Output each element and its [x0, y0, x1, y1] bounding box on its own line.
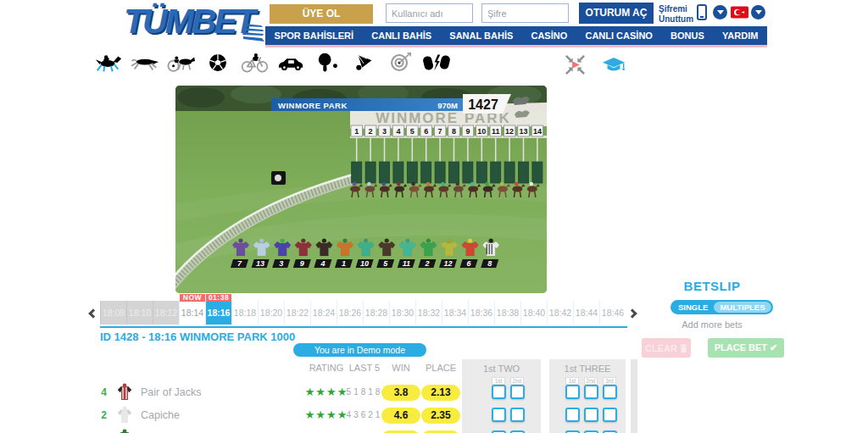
svg-text:WINMORE PARK: WINMORE PARK — [278, 101, 348, 110]
first-two-2nd-checkbox[interactable] — [510, 385, 525, 399]
win-odds-button[interactable]: 4.6 — [381, 408, 420, 424]
first-three-1st-checkbox[interactable] — [565, 408, 580, 422]
place-bet-button[interactable]: PLACE BET ✔ — [708, 338, 784, 358]
first-three-2nd-checkbox[interactable] — [584, 408, 598, 422]
turkish-flag-icon[interactable] — [731, 6, 748, 19]
runner-name: Capiche — [141, 409, 180, 421]
check-icon: ✔ — [770, 342, 777, 353]
register-button[interactable]: ÜYE OL — [270, 4, 373, 24]
sport-tab-soccer[interactable] — [203, 53, 233, 76]
sport-tab-horse-racing[interactable] — [93, 53, 124, 76]
table-tennis-icon — [313, 52, 342, 77]
time-tab-18-38[interactable]: 18:38 — [494, 301, 520, 325]
greyhounds-icon — [131, 52, 159, 77]
first-three-2nd-checkbox[interactable] — [584, 385, 598, 399]
col-header-first-three: 1st THREE — [549, 364, 626, 374]
first-three-3rd-checkbox[interactable] — [603, 385, 617, 399]
time-tab-18-46[interactable]: 18:46 — [599, 301, 626, 325]
first-two-1st-checkbox[interactable] — [492, 385, 506, 399]
demo-mode-banner: You are in Demo mode — [293, 343, 426, 357]
sport-tab-greyhounds[interactable] — [130, 53, 160, 76]
win-odds-button[interactable]: 3.8 — [381, 385, 420, 401]
time-tab-18-22[interactable]: 18:22 — [284, 301, 310, 325]
schedule-underline — [100, 326, 627, 328]
svg-text:12: 12 — [505, 127, 514, 136]
login-button[interactable]: OTURUM AÇ — [579, 3, 654, 24]
collapse-view-icon[interactable] — [565, 54, 586, 75]
forgot-password-link[interactable]: Şifremi Unuttum — [659, 4, 693, 24]
time-tab-18-28[interactable]: 18:28 — [363, 301, 389, 325]
time-tab-18-16[interactable]: 18:1601:38 — [205, 301, 231, 325]
svg-text:11: 11 — [492, 127, 500, 136]
runner-silk-icon — [115, 383, 134, 405]
clear-betslip-button[interactable]: CLEAR — [642, 338, 691, 358]
time-tab-18-44[interactable]: 18:44 — [573, 301, 599, 325]
svg-text:11: 11 — [403, 259, 410, 268]
horse-racing-icon — [94, 52, 123, 77]
nav-item-casi-no[interactable]: CASİNO — [531, 31, 567, 41]
svg-text:10: 10 — [360, 259, 369, 268]
runner-silk-icon — [115, 429, 134, 433]
runner-silk-icon — [115, 406, 134, 428]
first-two-2nd-checkbox[interactable] — [510, 408, 525, 422]
cycling-icon — [240, 52, 269, 77]
svg-text:3: 3 — [382, 127, 387, 136]
betslip-mode-toggle: SINGLE MULTIPLES — [670, 300, 773, 314]
place-odds-button[interactable]: 2.13 — [421, 385, 460, 401]
sport-tab-speedway[interactable] — [421, 53, 452, 76]
svg-text:12: 12 — [443, 259, 452, 268]
time-tab-18-34[interactable]: 18:34 — [442, 301, 468, 325]
nav-item-canli-casi-no[interactable]: CANLI CASİNO — [585, 31, 652, 41]
place-bet-label: PLACE BET — [715, 342, 767, 353]
countdown-badge: 01:38 — [206, 294, 231, 302]
sport-tab-motor-racing[interactable] — [275, 53, 306, 76]
nav-item-canli-bahi-s[interactable]: CANLI BAHİS — [371, 31, 431, 41]
language-dropdown-icon[interactable] — [751, 5, 765, 19]
time-tab-18-30[interactable]: 18:30 — [389, 301, 415, 325]
time-tab-18-36[interactable]: 18:36 — [468, 301, 494, 325]
first-two-1st-checkbox[interactable] — [492, 408, 506, 422]
nav-item-yardim[interactable]: YARDIM — [722, 31, 758, 41]
col-header-win: WIN — [381, 363, 420, 373]
time-tab-18-12[interactable]: 18:12 — [153, 301, 179, 325]
time-tab-18-14[interactable]: 18:14NOW — [179, 301, 205, 325]
nav-item-spor-bahi-sleri[interactable]: SPOR BAHİSLERİ — [275, 31, 354, 41]
time-tab-18-10[interactable]: 18:10 — [126, 301, 153, 325]
first-three-3rd-checkbox[interactable] — [603, 408, 617, 422]
schedule-tabs: 18:0818:1018:1218:14NOW18:1601:3818:1818… — [100, 301, 626, 325]
col-header-last5: LAST 5 — [343, 363, 386, 373]
mobile-icon[interactable] — [697, 4, 707, 20]
time-tab-18-40[interactable]: 18:40 — [520, 301, 547, 325]
trash-icon — [680, 344, 687, 353]
time-tab-18-18[interactable]: 18:18 — [231, 301, 258, 325]
schedule-next-icon[interactable] — [629, 310, 637, 318]
time-tab-18-42[interactable]: 18:42 — [547, 301, 573, 325]
password-input[interactable] — [481, 3, 569, 23]
svg-text:2: 2 — [424, 259, 429, 268]
first-three-1st-checkbox[interactable] — [565, 385, 580, 399]
time-tab-18-20[interactable]: 18:20 — [258, 301, 284, 325]
sport-tab-badminton[interactable] — [348, 53, 379, 76]
mobile-dropdown-icon[interactable] — [713, 5, 727, 19]
runner-number: 2 — [92, 409, 107, 421]
sport-tab-cycling[interactable] — [239, 53, 270, 76]
race-video-player[interactable]: WINMORE PARK1234567891011121314713394110… — [175, 86, 547, 293]
sport-tab-table-tennis[interactable] — [312, 53, 342, 76]
time-tab-18-32[interactable]: 18:32 — [415, 301, 442, 325]
demo-mode-icon[interactable] — [602, 56, 626, 74]
place-odds-button[interactable]: 2.35 — [421, 408, 460, 424]
time-tab-18-26[interactable]: 18:26 — [337, 301, 363, 325]
nav-item-sanal-bahi-s[interactable]: SANAL BAHİS — [449, 31, 513, 41]
countdown-badge: NOW — [180, 294, 205, 302]
username-input[interactable] — [386, 3, 473, 23]
time-tab-18-08[interactable]: 18:08 — [100, 301, 126, 325]
tab-single[interactable]: SINGLE — [672, 302, 714, 313]
sport-tab-darts[interactable] — [385, 53, 415, 76]
sport-tab-harness[interactable] — [166, 53, 197, 76]
runners-list: 4Pair of Jacks★★★★518183.82.132Capiche★★… — [85, 381, 637, 433]
tab-multiples[interactable]: MULTIPLES — [714, 302, 771, 313]
schedule-prev-icon[interactable] — [90, 310, 97, 318]
time-tab-18-24[interactable]: 18:24 — [310, 301, 337, 325]
svg-text:8: 8 — [487, 259, 492, 268]
nav-item-bonus[interactable]: BONUS — [670, 31, 704, 41]
